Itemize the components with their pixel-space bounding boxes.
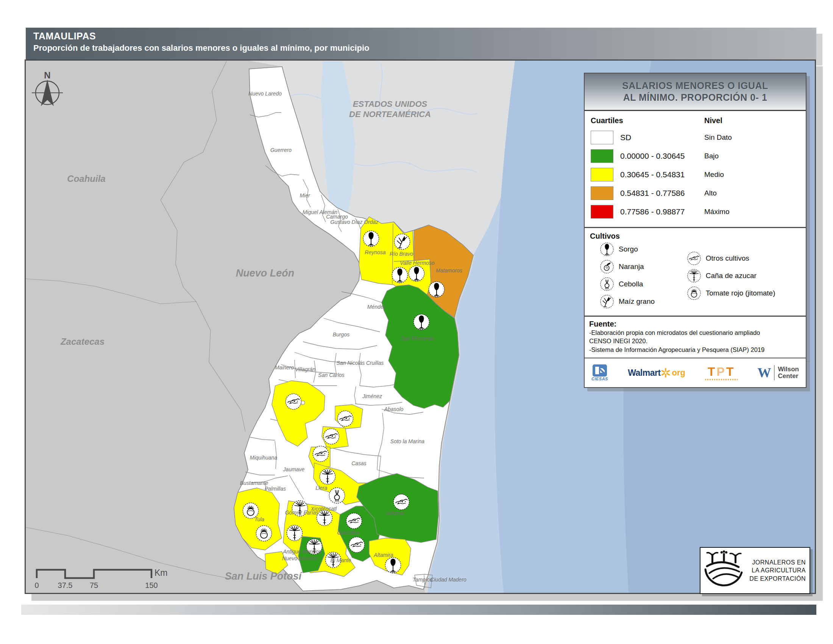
swatch-medio (591, 168, 613, 182)
map-label-municipality: Río Bravo (390, 251, 413, 257)
crop-icon-cana (317, 510, 332, 525)
map-label-municipality: Reynosa (365, 249, 386, 255)
maiz-icon (600, 295, 614, 309)
map-label-state: DE NORTEAMÉRICA (349, 109, 431, 119)
map-label-municipality: San Carlos (318, 372, 344, 378)
range-maximo: 0.77586 - 0.98877 (620, 207, 704, 216)
level-alto: Alto (704, 189, 800, 197)
swatch-maximo (591, 205, 613, 219)
swatch-alto (591, 187, 613, 200)
level-medio: Medio (704, 171, 800, 179)
cultivo-sorgo: Sorgo (590, 241, 687, 258)
legend-cultivos: Cultivos Sorgo Naranja Cebolla Maíz gran… (585, 228, 806, 317)
jornaleros-text: JORNALEROS EN LA AGRICULTURA DE EXPORTAC… (749, 559, 809, 583)
crop-icon-sorgo (429, 282, 444, 297)
fuente-line-2: CENSO INEGI 2020. (589, 337, 801, 345)
map-label-state: Nuevo León (236, 267, 294, 279)
legend-quartiles: Cuartiles Nivel SD Sin Dato 0.00000 - 0.… (585, 111, 806, 228)
cultivo-cebolla: Cebolla (590, 275, 687, 293)
cultivo-otros: Otros cultivos (687, 250, 801, 267)
compass-n-label: N (44, 70, 50, 80)
sorgo-icon (600, 242, 614, 256)
map-label-municipality: Matamoros (436, 267, 462, 274)
crop-icon-otros (349, 537, 364, 552)
map-label-municipality: Bustamante (240, 480, 269, 486)
wilson-divider (774, 365, 775, 380)
map-label-municipality: Mainero (275, 364, 294, 370)
crop-icon-cebolla (329, 488, 344, 503)
swatch-bajo (591, 149, 613, 163)
crop-icon-sorgo (392, 267, 407, 283)
map-label-municipality: San Fernando (401, 335, 435, 341)
crop-icon-otros (346, 513, 362, 528)
map-label-municipality: Palmillas (265, 486, 286, 492)
map-label-municipality: Tula (254, 516, 264, 522)
level-maximo: Máximo (704, 208, 800, 216)
map-label-municipality: Cruillas (366, 360, 384, 366)
map-label-municipality: Casas (351, 460, 367, 466)
legend-title: SALARIOS MENORES O IGUAL AL MÍNIMO. PROP… (585, 74, 806, 111)
crop-icon-sorgo (363, 231, 379, 246)
crop-icon-cana (286, 525, 302, 541)
crop-icon-otros (286, 394, 301, 409)
cultivo-cana: Caña de azucar (687, 267, 801, 285)
crop-icon-tomate (256, 525, 272, 541)
cebolla-icon (600, 277, 614, 291)
map-label-state: ESTADOS UNIDOS (353, 99, 428, 109)
wilson-w-icon: W (757, 365, 771, 381)
map-label-municipality: Burgos (333, 332, 349, 338)
tpt-subtitle-dots (705, 379, 738, 380)
map-label-municipality: Jaumave (283, 466, 305, 472)
locality-marker (301, 401, 305, 404)
map-label-municipality: Gustavo Díaz Ordaz (331, 219, 379, 225)
fuente-line-3: -Sistema de Información Agropecuaria y P… (589, 346, 801, 354)
quartiles-header: Cuartiles (591, 116, 704, 125)
crop-icon-cana (320, 469, 335, 484)
page-subtitle: Proporción de trabajadores con salarios … (33, 43, 816, 53)
crop-icon-maiz (394, 234, 410, 249)
legend-row-alto: 0.54831 - 0.77586 Alto (591, 184, 800, 202)
map-label-municipality: Tampico (413, 576, 433, 583)
map-label-municipality: Aldama (386, 510, 404, 516)
level-header: Nivel (704, 116, 800, 125)
range-medio: 0.30645 - 0.54831 (620, 170, 704, 179)
crop-icon-otros (338, 411, 353, 426)
field-sprouts-icon (701, 549, 749, 592)
scale-tick-3: 150 (145, 581, 158, 589)
map-label-municipality: Altamira (373, 552, 393, 558)
legend-row-maximo: 0.77586 - 0.98877 Máximo (591, 202, 800, 221)
range-sd: SD (620, 133, 704, 142)
map-label-municipality: Miquihuana (250, 455, 278, 460)
jornaleros-logo: JORNALEROS EN LA AGRICULTURA DE EXPORTAC… (700, 547, 810, 594)
level-bajo: Bajo (704, 152, 800, 160)
range-alto: 0.54831 - 0.77586 (620, 188, 704, 198)
ciesas-logo: CIESAS (592, 364, 608, 381)
scale-tick-2: 75 (90, 581, 98, 589)
crop-icon-sorgo (385, 557, 400, 573)
cultivo-maiz: Maíz grano (590, 293, 687, 310)
fuente-header: Fuente: (589, 320, 801, 328)
tpt-logo: TPT (705, 365, 738, 380)
map-label-municipality: Soto la Marina (391, 438, 425, 444)
map-label-municipality: El Mante (330, 557, 351, 564)
cultivo-naranja: Naranja (590, 258, 687, 275)
map-label-municipality: Ciudad Madero (430, 576, 466, 583)
range-bajo: 0.00000 - 0.30645 (620, 151, 704, 161)
map-label-municipality: Jiménez (362, 393, 382, 399)
tomate-icon (687, 286, 701, 300)
legend-row-medio: 0.30645 - 0.54831 Medio (591, 165, 800, 184)
wilson-center-logo: W Wilson Center (757, 365, 799, 381)
map-label-municipality: San Nicolás (337, 360, 365, 366)
walmart-spark-icon (661, 368, 671, 378)
otros-cultivos-icon (687, 251, 701, 266)
map-label-state: San Luis Potosí (225, 570, 303, 582)
walmart-logo: Walmart org (628, 368, 685, 378)
crop-icon-sorgo (408, 266, 424, 281)
swatch-sd (591, 131, 613, 144)
map-label-municipality: Llera (315, 485, 327, 491)
map-label-state: Zacatecas (60, 336, 105, 347)
map-label-municipality: Xicoténcatl (310, 506, 337, 512)
fuente-line-1: -Elaboración propia con microdatos del c… (589, 328, 801, 337)
scale-tick-1: 37.5 (58, 581, 73, 589)
crop-icon-otros (323, 428, 339, 444)
